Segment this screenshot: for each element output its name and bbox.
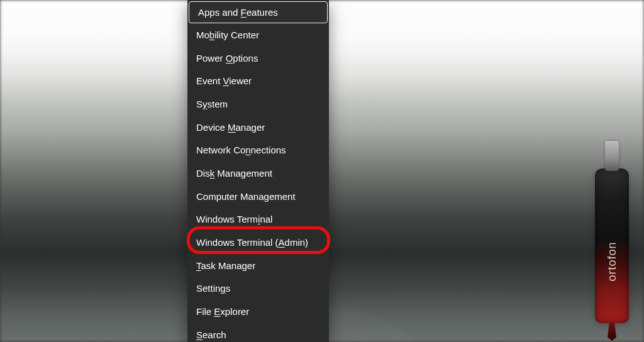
menu-item-label: Apps and Features (198, 8, 278, 17)
menu-item-label: Network Connections (196, 145, 286, 155)
menu-item-network-connections[interactable]: Network Connections (187, 138, 329, 162)
menu-item-label: Task Manager (196, 261, 255, 270)
menu-item-device-manager[interactable]: Device Manager (187, 116, 329, 139)
turntable-cartridge: ortofon (595, 168, 629, 323)
winx-context-menu[interactable]: Apps and Features Mobility Center Power … (187, 0, 329, 342)
menu-item-apps-and-features[interactable]: Apps and Features (189, 1, 328, 23)
menu-item-label: Power Options (196, 53, 258, 63)
menu-item-file-explorer[interactable]: File Explorer (187, 300, 329, 323)
menu-item-mobility-center[interactable]: Mobility Center (187, 23, 329, 47)
menu-item-settings[interactable]: Settings (187, 277, 329, 301)
menu-item-computer-management[interactable]: Computer Management (187, 185, 329, 208)
cartridge-brand-label: ortofon (606, 241, 619, 281)
menu-item-label: Windows Terminal (196, 214, 272, 224)
menu-item-event-viewer[interactable]: Event Viewer (187, 69, 329, 92)
menu-item-label: Mobility Center (196, 30, 259, 40)
menu-item-windows-terminal[interactable]: Windows Terminal (187, 208, 329, 231)
menu-item-label: Computer Management (196, 192, 296, 201)
menu-item-disk-management[interactable]: Disk Management (187, 162, 329, 185)
menu-item-label: Windows Terminal (Admin) (196, 238, 308, 247)
menu-item-label: File Explorer (196, 307, 249, 316)
menu-item-system[interactable]: System (187, 92, 329, 116)
menu-item-label: Event Viewer (196, 76, 252, 86)
desktop: ortofon Apps and Features Mobility Cente… (0, 0, 644, 342)
menu-item-windows-terminal-admin[interactable]: Windows Terminal (Admin) (187, 231, 329, 254)
menu-item-task-manager[interactable]: Task Manager (187, 254, 329, 277)
menu-item-label: Device Manager (196, 123, 265, 132)
menu-item-label: Disk Management (196, 168, 272, 178)
menu-item-power-options[interactable]: Power Options (187, 47, 329, 70)
menu-item-label: Search (196, 330, 226, 339)
menu-item-search[interactable]: Search (187, 323, 329, 342)
menu-item-label: Settings (196, 284, 230, 293)
menu-item-label: System (196, 99, 228, 109)
